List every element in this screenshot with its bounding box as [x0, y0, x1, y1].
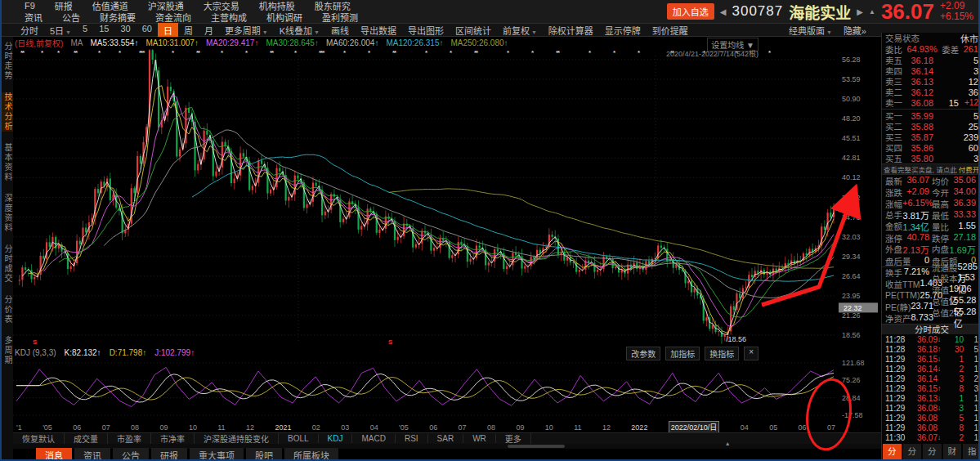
- indicator-tab-SAR[interactable]: SAR: [428, 434, 464, 443]
- svg-text:40.12: 40.12: [842, 173, 861, 181]
- panel-tab-分笔[interactable]: 分笔: [883, 444, 902, 461]
- toolbar-button-画线[interactable]: 画线: [325, 23, 355, 38]
- trade-status-value: 休市: [960, 32, 978, 45]
- tick-price: 36.08: [910, 423, 937, 432]
- indicator-tab-WR[interactable]: WR: [463, 434, 496, 443]
- prev-stock-icon[interactable]: ◀: [720, 7, 727, 16]
- ma-value: MA250:26.080↑: [450, 38, 508, 47]
- toolbar-button-K线叠加[interactable]: K线叠加: [274, 23, 325, 38]
- sidebar-tab-分时走势[interactable]: 分时走势: [2, 42, 14, 81]
- toolbar-button-60[interactable]: 60: [136, 23, 158, 38]
- date-axis-highlight[interactable]: 2022/02/10/日: [669, 421, 720, 433]
- sidebar-tab-深度资料[interactable]: 深度资料: [2, 194, 14, 233]
- stat-value: 0: [924, 255, 929, 267]
- level-price: 35.88: [902, 122, 933, 132]
- bottom-tab-股吧[interactable]: 股吧: [246, 448, 282, 461]
- bottom-tab-资讯[interactable]: 资讯: [74, 448, 110, 461]
- toolbar-button-前复权[interactable]: 前复权: [497, 23, 543, 38]
- bottom-tab-所属板块[interactable]: 所属板块: [284, 448, 338, 461]
- add-watchlist-button[interactable]: 加入自选: [667, 3, 714, 20]
- toolbar-button-5[interactable]: 5: [77, 23, 93, 38]
- indicator-tab-MACD[interactable]: MACD: [352, 434, 395, 443]
- down-arrow-icon: ↓: [937, 365, 944, 373]
- date-axis-label: '1: [16, 423, 22, 432]
- sidebar-tab-分时成交[interactable]: 分时成交: [2, 244, 14, 284]
- panel-tab-财务[interactable]: 财务: [943, 444, 962, 461]
- bottom-tab-公告[interactable]: 公告: [113, 448, 149, 461]
- bottom-tab-重大事项[interactable]: 重大事项: [190, 448, 244, 461]
- panel-tab-分时[interactable]: 分时: [923, 444, 942, 461]
- stat-row: 最新36.07均价35.06: [882, 175, 980, 186]
- toolbar-button-区间统计[interactable]: 区间统计: [450, 23, 497, 38]
- indicator-tab-BOLL[interactable]: BOLL: [279, 434, 319, 443]
- date-axis-label: 05: [769, 423, 777, 432]
- sidebar-tab-技术分析[interactable]: 技术分析: [2, 92, 14, 132]
- kdj-button-换指标[interactable]: 换指标: [705, 347, 739, 360]
- svg-text:28.84: 28.84: [842, 394, 861, 402]
- toolbar-button-除权计算器[interactable]: 除权计算器: [543, 23, 599, 38]
- panel-tab-指数[interactable]: 指数: [963, 444, 980, 461]
- kdj-chart[interactable]: 121.6875.2628.84-17.58: [13, 358, 881, 422]
- next-stock-icon[interactable]: ▶: [857, 7, 863, 16]
- indicator-tab-恢复默认[interactable]: 恢复默认: [13, 432, 65, 445]
- tick-count: 3: [964, 384, 978, 393]
- level-volume: 15: [933, 98, 959, 108]
- toolbar-button-分时[interactable]: 分时: [15, 23, 44, 38]
- toolbar-button-导出数据[interactable]: 导出数据: [355, 23, 402, 38]
- indicator-tab-成交量[interactable]: 成交量: [65, 432, 108, 445]
- toolbar-button-月[interactable]: 月: [199, 23, 219, 38]
- event-marker-icon: **: [556, 49, 559, 56]
- close-indicator-icon[interactable]: ×: [744, 347, 758, 360]
- stat-label: 盘后量: [885, 255, 911, 267]
- toolbar-button-日[interactable]: 日: [158, 23, 178, 38]
- level-price: 35.87: [902, 132, 933, 142]
- notice-pay-link[interactable]: 付费开通: [959, 164, 980, 174]
- toolbar-button-30[interactable]: 30: [114, 23, 136, 38]
- svg-text:75.26: 75.26: [842, 376, 861, 384]
- toolbar-button-周[interactable]: 周: [178, 23, 199, 38]
- alert-icon[interactable]: ▲: [869, 8, 875, 16]
- menu-item-F9[interactable]: F9: [16, 1, 43, 11]
- stat-cell: 涨跌+2.09: [885, 186, 932, 199]
- toolbar-button-显示停牌[interactable]: 显示停牌: [599, 23, 647, 38]
- toolbar-button-经典版面[interactable]: 经典版面: [783, 23, 838, 38]
- panel-tab-分价[interactable]: 分价: [903, 444, 922, 461]
- bottom-tab-研报[interactable]: 研报: [151, 448, 187, 461]
- toolbar-button-导出图形[interactable]: 导出图形: [402, 23, 450, 38]
- kdj-button-加指标[interactable]: 加指标: [665, 347, 700, 360]
- chart-date-range: 2020/4/21-2022/7/14(542根): [666, 48, 758, 59]
- tick-row: 11:3036.07↓21: [882, 432, 980, 442]
- sidebar-tab-基本资料[interactable]: 基本资料: [2, 143, 14, 182]
- tick-row: 11:2936.0851: [882, 413, 980, 423]
- indicator-tab-更多[interactable]: 更多: [496, 432, 531, 445]
- full-orderbook-notice[interactable]: 查看完整买卖盘, 请点此 付费开通: [882, 163, 980, 175]
- toolbar-button-5日[interactable]: 5日: [44, 23, 77, 38]
- tick-count: 1: [964, 394, 978, 403]
- toolbar-button-到价提醒[interactable]: 到价提醒: [647, 23, 694, 38]
- indicator-tab-RSI[interactable]: RSI: [396, 434, 428, 443]
- tick-time: 11:28: [885, 345, 910, 354]
- sidebar-tab-分价表[interactable]: 分价表: [2, 295, 14, 324]
- kdj-button-改参数[interactable]: 改参数: [626, 347, 660, 360]
- indicator-tab-沪深股通持股变化[interactable]: 沪深股通持股变化: [195, 432, 279, 445]
- stat-row: 涨停40.78跌停27.18: [882, 232, 980, 244]
- level-change: +12: [959, 98, 978, 107]
- sidebar-tab-多周期[interactable]: 多周期: [2, 336, 14, 365]
- tick-time: 11:29: [885, 423, 910, 432]
- toolbar-button-更多周期[interactable]: 更多周期: [219, 23, 274, 38]
- ask-row[interactable]: 卖一36.0815+12: [882, 97, 980, 108]
- date-axis-label: 04: [741, 423, 749, 432]
- toolbar-button-隐藏»[interactable]: 隐藏»: [838, 23, 872, 38]
- event-marker-icon: *: [368, 49, 369, 56]
- toolbar-button-15[interactable]: 15: [93, 23, 114, 38]
- svg-text:34.73: 34.73: [842, 213, 861, 222]
- bottom-tab-消息[interactable]: 消息: [36, 448, 72, 461]
- tick-count: 1: [964, 404, 978, 413]
- tick-row: 11:2936.13↓11: [882, 393, 980, 403]
- scrollbar-thumb[interactable]: [508, 445, 565, 448]
- candlestick-chart[interactable]: 56.2853.5950.9048.2045.5142.8140.1237.42…: [13, 49, 881, 347]
- indicator-tab-KDJ[interactable]: KDJ: [319, 434, 353, 443]
- indicator-tab-市净率[interactable]: 市净率: [151, 432, 195, 445]
- bid-row[interactable]: 买五35.803: [882, 153, 980, 163]
- indicator-tab-市盈率[interactable]: 市盈率: [108, 432, 151, 445]
